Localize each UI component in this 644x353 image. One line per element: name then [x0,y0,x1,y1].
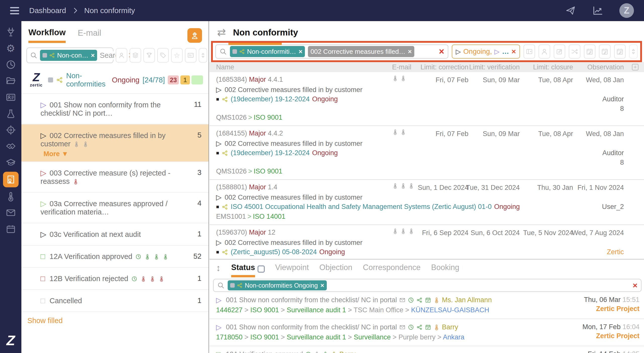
standard-link[interactable]: ISO 14001 [253,213,285,220]
tab-workflow[interactable]: Workflow [28,28,66,43]
breadcrumb-dashboard[interactable]: Dashboard [29,6,66,15]
chip-close-icon[interactable]: × [91,52,95,59]
audit-link[interactable]: (19december) 19-12-2024 [231,95,310,103]
assign-user-button[interactable] [187,28,202,43]
sort-button[interactable] [629,45,638,59]
target-icon[interactable] [6,125,16,135]
send-icon[interactable] [565,5,576,16]
resize-panel-icon[interactable]: ↕ [216,263,221,273]
panel-add-button[interactable] [524,45,535,59]
trophy-filter-button[interactable] [143,48,155,63]
tag-filter-button[interactable] [157,48,169,63]
crumb-link[interactable]: Surveillance audit 1 [287,306,354,314]
audit-link[interactable]: (Zertic_august5) 05-08-2024 [231,248,317,256]
status-list-item[interactable]: ▷ 001 Show non conformity from the check… [210,292,644,319]
certificate-icon-active[interactable] [3,172,19,187]
shuffle-button[interactable] [569,45,580,59]
audit-ref[interactable]: EMS1001 [216,213,246,220]
table-row[interactable]: (1685384) Major 4.4.1 Fri, 07 Feb Sun, 0… [210,72,644,126]
tree-item-cancelled[interactable]: □Cancelled 1 [21,289,209,312]
project-link[interactable]: Zertic Project [596,305,639,313]
crumb-link[interactable]: Surveillance audit 1 [287,333,354,341]
chip-close-icon[interactable]: × [320,282,324,289]
chip-close-icon[interactable]: × [511,47,516,56]
person-filter-button[interactable] [116,48,127,63]
standard-link[interactable]: ISO 9001 [254,114,282,121]
filter-chip-nonconformities[interactable]: Non-con… × [40,50,97,61]
crumb-link[interactable]: 1446227 [216,306,250,314]
table-row[interactable]: (1588801) Major 1.4 Sun, 1 Dec 2024 Tue,… [210,180,644,225]
person-link[interactable]: Barry [442,323,458,331]
person-link[interactable]: Ms. Jan Allmann [442,296,492,304]
tab-objection[interactable]: Objection [319,263,352,272]
tree-item-03a[interactable]: ▷03a Corrective measures approved / veri… [21,192,209,223]
thermometer-icon[interactable] [6,191,16,202]
chip-close-icon[interactable]: × [408,48,412,56]
plug-icon[interactable] [6,27,16,37]
id-card-icon[interactable] [6,92,16,103]
gear-icon[interactable]: ⚙ [6,43,16,54]
crumb-link[interactable]: KÜNZELSAU-GAISBACH [411,306,489,314]
column-limit-correction[interactable]: Limit: correction [420,62,468,72]
menu-icon[interactable] [10,7,19,14]
card-filter-button[interactable] [185,48,196,63]
crumb-link[interactable]: ISO 9001 [250,306,287,314]
column-limit-verification[interactable]: Limit: verification [469,62,520,72]
tab-email[interactable]: E-mail [78,28,101,38]
chip-close-icon[interactable]: × [299,48,302,56]
tree-item-12b[interactable]: □12B Verification rejected 1 [21,267,209,289]
column-limit-closure[interactable]: Limit: closure [533,62,573,72]
tree-item-12a[interactable]: □12A Verification approved 52 [21,245,209,267]
audit-link[interactable]: (19december) 19-12-2024 [231,149,310,157]
tab-status[interactable]: Status [231,263,265,277]
filter-chip-scope[interactable]: Non-conformiti… × [230,46,305,57]
person-link[interactable]: Barry [339,350,356,353]
standard-link[interactable]: ISO 9001 [254,167,282,175]
folder-icon[interactable] [6,76,16,86]
audit-ref[interactable]: QMS1026 [216,167,247,175]
avatar[interactable]: Z [619,3,634,18]
crumb-link[interactable]: Surveillance [354,333,398,341]
table-row[interactable]: (1684155) Major 4.4.2 Fri, 07 Feb Sun, 0… [210,126,644,180]
envelope-icon[interactable] [6,207,16,218]
chart-icon[interactable] [592,5,603,16]
show-filled-link[interactable]: Show filled [21,312,209,325]
column-observation[interactable]: Observation [587,62,624,72]
main-search-box[interactable]: Non-conformiti… × 002 Corrective measure… [215,45,448,59]
person-button[interactable] [539,45,550,59]
status-checkbox[interactable] [258,266,265,273]
calendar-edit-button-1[interactable] [584,45,595,59]
workflow-search-box[interactable]: Non-con… × × [26,48,113,63]
column-name[interactable]: Name [210,63,234,71]
tree-item-03c[interactable]: ▷03c Verification at next audit 1 [21,223,209,245]
tab-booking[interactable]: Booking [431,263,459,272]
status-search-box[interactable]: Non-conformities Ongoing × × [213,279,641,292]
calendar-edit-button-3[interactable] [614,45,626,59]
tree-item-002-selected[interactable]: ▷002 Corrective measures filled in by cu… [21,124,209,161]
audit-ref[interactable]: QMS1026 [216,114,247,121]
more-link[interactable]: More ▼ [44,150,183,158]
table-row[interactable]: (1596370) Major 12 Fri, 6 Sep 2024 Sun, … [210,225,644,259]
add-column-icon[interactable]: + [632,64,638,70]
status-filter-chip[interactable]: Non-conformities Ongoing × [228,280,327,290]
calendar-icon[interactable] [6,224,16,234]
status-list-item[interactable]: □ 12A Verification approved Barry 171805… [210,346,644,353]
status-list-item[interactable]: ▷ 001 Show non conformity from the check… [210,319,644,346]
handshake-icon[interactable] [6,141,16,152]
tree-item-001[interactable]: ▷001 Show non conformity from the checkl… [21,93,209,124]
tree-root-nonconformities[interactable]: Z zertic Non-conformities Ongoing [24/78… [21,70,209,93]
status-filter-chip[interactable]: ▷ Ongoing, ▷ … × [452,45,520,59]
tab-viewpoint[interactable]: Viewpoint [275,263,309,272]
calendar-edit-button-2[interactable] [599,45,611,59]
clear-filter-icon[interactable]: × [633,281,637,289]
crumb-link[interactable]: 1718050 [216,333,250,341]
graduation-cap-icon[interactable] [6,157,16,168]
column-email[interactable]: E-mail [392,62,411,72]
sort-button[interactable] [199,48,207,63]
project-link[interactable]: Zertic Project [596,332,639,340]
audit-link[interactable]: ISO 45001 Occupational Health and Safety… [231,203,492,211]
clock-icon[interactable] [6,59,16,70]
crumb-link[interactable]: ISO 9001 [250,333,287,341]
crumb-link[interactable]: Ankara [443,333,464,341]
swap-panels-icon[interactable]: ⇄ [217,26,226,38]
